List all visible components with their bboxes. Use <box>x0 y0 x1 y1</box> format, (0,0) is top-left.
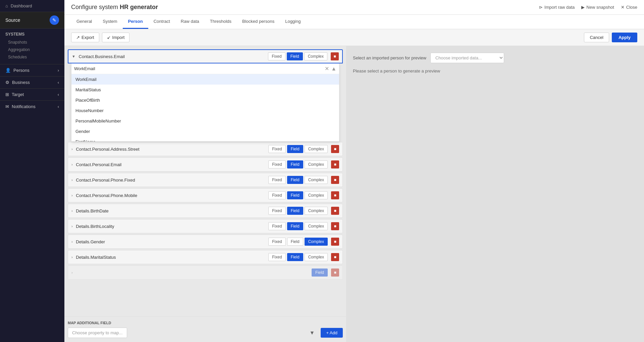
export-icon: ↗ <box>76 35 80 40</box>
mapping-row-details-gender: › Details.Gender Fixed Field Complex ■ <box>68 235 343 249</box>
dropdown-item[interactable]: PlaceOfBirth <box>71 95 339 105</box>
btn-fixed[interactable]: Fixed <box>268 222 285 230</box>
btn-complex[interactable]: Complex <box>305 160 328 168</box>
btn-field[interactable]: Field <box>287 145 303 153</box>
export-button[interactable]: ↗ Export <box>71 33 99 42</box>
select-chevron-icon: ▼ <box>310 330 315 336</box>
mode-buttons: Fixed Field Complex ■ <box>268 176 339 184</box>
tab-person[interactable]: Person <box>123 15 148 29</box>
preview-select[interactable]: Choose imported data... <box>430 53 504 63</box>
btn-field[interactable]: Field <box>287 222 303 230</box>
btn-field[interactable]: Field <box>287 253 303 261</box>
mapping-row-details-maritalstatus: › Details.MaritalStatus Fixed Field Comp… <box>68 250 343 264</box>
delete-button[interactable]: ■ <box>331 145 339 153</box>
btn-field[interactable]: Field <box>287 238 303 246</box>
btn-complex[interactable]: Complex <box>305 207 328 215</box>
sidebar-source[interactable]: Source ✎ <box>0 12 64 29</box>
dropdown-item[interactable]: WorkEmail <box>71 74 339 85</box>
close-button[interactable]: ✕ Close <box>621 5 637 10</box>
dropdown-item[interactable]: Gender <box>71 126 339 137</box>
btn-complex[interactable]: Complex <box>305 191 328 199</box>
scroll-up-icon[interactable]: ▲ <box>331 66 336 72</box>
sidebar-item-target[interactable]: ⊞ Target ‹ <box>0 88 64 100</box>
mapping-label: Contact.Personal.Address.Street <box>73 147 269 152</box>
btn-complex[interactable]: Complex <box>304 52 327 60</box>
add-field-select[interactable]: Choose property to map... <box>68 328 127 338</box>
btn-fixed[interactable]: Fixed <box>268 253 285 261</box>
collapse-icon[interactable]: ▼ <box>72 54 75 58</box>
sidebar-item-aggregation[interactable]: Aggregation <box>5 46 59 53</box>
mapping-name: Contact.Personal.Address.Street <box>76 147 139 152</box>
import-raw-data-button[interactable]: ⊳ Import raw data <box>539 5 575 10</box>
btn-field[interactable]: Field <box>287 191 303 199</box>
btn-fixed[interactable]: Fixed <box>268 238 285 246</box>
dropdown-search-input[interactable] <box>74 66 323 71</box>
mapping-row-contact-personal-phone-mobile: › Contact.Personal.Phone.Mobile Fixed Fi… <box>68 188 343 202</box>
mode-buttons: Fixed Field Complex ■ <box>268 191 339 199</box>
btn-fixed[interactable]: Fixed <box>268 207 285 215</box>
import-button[interactable]: ↙ Import <box>102 33 130 42</box>
delete-button[interactable]: ■ <box>331 207 339 215</box>
dropdown-item[interactable]: PersonalMobileNumber <box>71 116 339 126</box>
preview-message: Please select a person to generate a pre… <box>353 68 637 74</box>
notifications-label: Notifications <box>12 104 36 109</box>
delete-button[interactable]: ■ <box>331 268 339 277</box>
btn-fixed[interactable]: Fixed <box>268 191 285 199</box>
delete-button[interactable]: ■ <box>331 176 339 184</box>
mapping-label: Details.BirthLocality <box>73 224 269 229</box>
delete-button[interactable]: ■ <box>331 160 339 168</box>
btn-complex[interactable]: Complex <box>305 238 328 246</box>
preview-label: Select an imported person for preview <box>353 55 426 60</box>
btn-complex[interactable]: Complex <box>305 145 328 153</box>
delete-button[interactable]: ■ <box>331 191 339 199</box>
sidebar-item-business[interactable]: ⚙ Business ‹ <box>0 76 64 88</box>
mode-buttons: Field ■ <box>312 268 339 277</box>
btn-fixed[interactable]: Fixed <box>268 176 285 184</box>
delete-button[interactable]: ■ <box>331 52 339 60</box>
mappings-panel: ▼ Contact.Business.Email Fixed Field Com… <box>64 46 346 342</box>
sidebar-item-notifications[interactable]: ✉ Notifications ‹ <box>0 100 64 112</box>
btn-complex[interactable]: Complex <box>305 222 328 230</box>
sidebar-item-schedules[interactable]: Schedules <box>5 53 59 61</box>
sidebar-item-snapshots[interactable]: Snapshots <box>5 39 59 46</box>
btn-complex[interactable]: Complex <box>305 176 328 184</box>
apply-button[interactable]: Apply <box>612 33 637 42</box>
tab-thresholds[interactable]: Thresholds <box>205 15 237 29</box>
delete-button[interactable]: ■ <box>331 253 339 261</box>
tab-raw-data[interactable]: Raw data <box>175 15 205 29</box>
clear-icon[interactable]: ✕ <box>325 65 329 72</box>
btn-fixed[interactable]: Fixed <box>268 52 285 60</box>
cancel-button[interactable]: Cancel <box>584 33 609 42</box>
btn-field[interactable]: Field <box>287 52 303 60</box>
target-chevron: ‹ <box>58 92 59 97</box>
btn-fixed[interactable]: Fixed <box>268 160 285 168</box>
mapping-label: Details.MaritalStatus <box>73 255 269 260</box>
btn-complex[interactable]: Complex <box>305 253 328 261</box>
btn-field[interactable]: Field <box>312 268 328 277</box>
dashboard-label: Dashboard <box>11 3 32 8</box>
import-icon: ↙ <box>107 35 111 40</box>
delete-button[interactable]: ■ <box>331 238 339 246</box>
tab-system[interactable]: System <box>97 15 122 29</box>
dropdown-item[interactable]: MaritalStatus <box>71 85 339 95</box>
dropdown-item[interactable]: HouseNumber <box>71 105 339 116</box>
mode-buttons: Fixed Field Complex ■ <box>268 207 339 215</box>
sidebar-dashboard[interactable]: ⌂ Dashboard <box>0 0 64 12</box>
tab-general[interactable]: General <box>71 15 97 29</box>
delete-button[interactable]: ■ <box>331 222 339 230</box>
btn-fixed[interactable]: Fixed <box>268 145 285 153</box>
btn-field[interactable]: Field <box>287 160 303 168</box>
new-snapshot-button[interactable]: ▶ New snapshot <box>581 5 614 10</box>
dropdown-item[interactable]: FirstName <box>71 137 339 141</box>
mode-buttons: Fixed Field Complex ■ <box>268 238 339 246</box>
add-field-button[interactable]: + Add <box>321 328 343 338</box>
tab-blocked-persons[interactable]: Blocked persons <box>237 15 280 29</box>
sidebar-item-persons[interactable]: 👤 Persons › <box>0 64 64 76</box>
tab-contract[interactable]: Contract <box>148 15 175 29</box>
source-icon-btn[interactable]: ✎ <box>50 15 59 25</box>
btn-field[interactable]: Field <box>287 207 303 215</box>
toolbar: ↗ Export ↙ Import Cancel Apply <box>64 29 644 46</box>
tab-logging[interactable]: Logging <box>280 15 306 29</box>
btn-field[interactable]: Field <box>287 176 303 184</box>
add-field-row: Choose property to map... ▼ + Add <box>68 328 343 338</box>
